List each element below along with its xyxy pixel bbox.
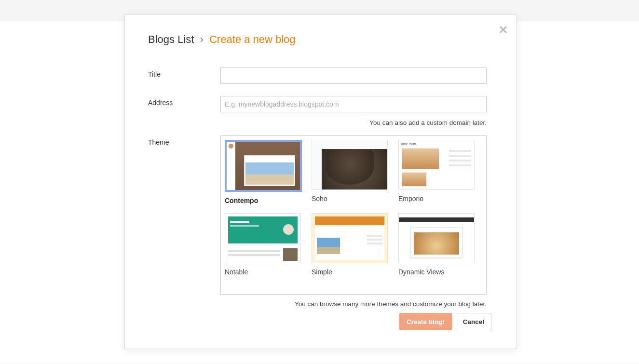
theme-option-dynamic-views[interactable]: Dynamic Views [397, 212, 476, 277]
theme-option-simple[interactable]: Simple [311, 212, 389, 277]
theme-thumbnail [225, 140, 302, 192]
theme-name: Dynamic Views [398, 268, 475, 276]
breadcrumb-current: Create a new blog [209, 33, 296, 45]
address-hint: You can also add a custom domain later. [369, 119, 487, 126]
address-input[interactable] [220, 96, 487, 112]
breadcrumb-parent[interactable]: Blogs List [148, 33, 194, 45]
theme-name: Emporio [398, 195, 475, 202]
create-blog-button[interactable]: Create blog! [399, 313, 452, 330]
theme-option-notable[interactable]: Notable [224, 212, 302, 277]
theme-picker[interactable]: Contempo Soho Tasty Treats Emporio [220, 135, 487, 295]
breadcrumb: Blogs List › Create a new blog [148, 33, 296, 46]
title-input[interactable] [220, 67, 487, 84]
theme-grid: Contempo Soho Tasty Treats Emporio [224, 139, 481, 277]
address-label: Address [148, 99, 173, 107]
theme-option-contempo[interactable]: Contempo [224, 139, 302, 205]
theme-option-soho[interactable]: Soho [311, 139, 389, 205]
dialog-buttons: Create blog! Cancel [399, 313, 491, 330]
theme-hint: You can browse many more themes and cust… [295, 300, 487, 308]
theme-name: Simple [312, 268, 388, 276]
theme-thumbnail [225, 213, 301, 263]
breadcrumb-separator: › [200, 33, 204, 45]
theme-label: Theme [148, 138, 169, 146]
theme-thumbnail: Tasty Treats [398, 140, 475, 190]
create-blog-dialog: Blogs List › Create a new blog Title Add… [124, 14, 517, 349]
close-button[interactable] [494, 22, 512, 39]
theme-thumbnail [312, 213, 388, 263]
theme-name: Soho [312, 195, 388, 202]
address-row: Address [148, 96, 487, 115]
theme-option-emporio[interactable]: Tasty Treats Emporio [397, 139, 476, 205]
title-label: Title [148, 70, 161, 78]
close-icon [499, 26, 507, 36]
theme-thumbnail [398, 213, 475, 263]
title-row: Title [148, 67, 487, 87]
theme-thumbnail [312, 140, 388, 190]
theme-name: Notable [225, 268, 301, 276]
theme-name: Contempo [225, 197, 301, 204]
theme-row: Theme Contempo Soho [148, 135, 487, 295]
cancel-button[interactable]: Cancel [456, 313, 491, 330]
